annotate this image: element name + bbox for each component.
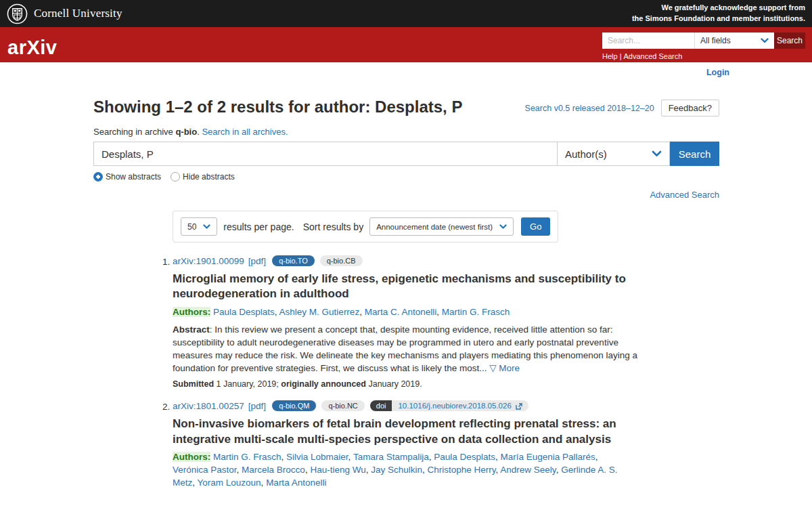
author-link[interactable]: Hau-tieng Wu xyxy=(310,465,365,475)
primary-category-badge: q-bio.TO xyxy=(272,255,315,266)
authors-line: Authors: Martin G. Frasch, Silvia Lobmai… xyxy=(173,451,625,490)
arxiv-id-link[interactable]: arXiv:1901.00099 xyxy=(173,256,244,266)
results-list: 1. arXiv:1901.00099 [pdf] q-bio.TO q-bio… xyxy=(162,255,719,490)
per-page-label: results per page. xyxy=(223,221,294,232)
authors-list: Martin G. Frasch, Silvia Lobmaier, Tamar… xyxy=(173,452,617,488)
login-row: Login xyxy=(0,62,812,80)
author-link[interactable]: Marta C. Antonelli xyxy=(365,307,437,317)
chevron-down-icon xyxy=(499,224,507,229)
secondary-category-badge: q-bio.NC xyxy=(321,400,364,411)
per-page-value: 50 xyxy=(187,222,196,232)
help-link[interactable]: Help xyxy=(602,52,618,60)
result-title[interactable]: Microglial memory of early life stress, … xyxy=(173,272,641,302)
chevron-down-icon xyxy=(761,38,769,43)
external-link-icon xyxy=(516,403,522,410)
cornell-name: Cornell University xyxy=(34,7,122,20)
results-controls: 50 results per page. Sort results by Ann… xyxy=(173,211,558,242)
more-link[interactable]: ▽ More xyxy=(489,363,520,373)
radio-selected-icon xyxy=(93,172,103,182)
main-content: Showing 1–2 of 2 results for author: Des… xyxy=(93,98,719,490)
abstract-label: Abstract xyxy=(173,324,210,335)
sort-select[interactable]: Announcement date (newest first) xyxy=(369,217,514,236)
authors-line: Authors: Paula Desplats, Ashley M. Gutie… xyxy=(173,306,625,319)
authors-label: Authors: xyxy=(173,452,210,462)
support-line-1: We gratefully acknowledge support from xyxy=(632,3,805,14)
abstract: Abstract: In this review we present a co… xyxy=(173,323,641,375)
author-link[interactable]: Paula Desplats xyxy=(434,452,495,462)
author-link[interactable]: Martin G. Frasch xyxy=(442,307,510,317)
hide-abstracts-radio[interactable]: Hide abstracts xyxy=(171,172,235,182)
archive-line: Searching in archive q-bio. Search in al… xyxy=(93,127,719,137)
author-link[interactable]: Marta Antonelli xyxy=(266,478,326,488)
support-line-2: the Simons Foundation and member institu… xyxy=(632,14,805,24)
hide-abstracts-label: Hide abstracts xyxy=(183,172,235,182)
result-item: 2. arXiv:1801.00257 [pdf] q-bio.QM q-bio… xyxy=(162,400,719,490)
archive-name: q-bio xyxy=(175,127,197,137)
author-link[interactable]: Marcela Brocco xyxy=(242,465,305,475)
abstract-toggle: Show abstracts Hide abstracts xyxy=(93,172,719,182)
author-link[interactable]: Tamara Stampalija xyxy=(353,452,429,462)
banner-field-select[interactable]: All fields xyxy=(694,33,774,49)
go-button[interactable]: Go xyxy=(521,217,550,236)
login-link[interactable]: Login xyxy=(706,68,729,77)
author-link[interactable]: María Eugenia Pallarés xyxy=(501,452,595,462)
author-link[interactable]: Verónica Pastor xyxy=(173,465,237,475)
author-link[interactable]: Andrew Seely xyxy=(500,465,556,475)
pdf-link[interactable]: [pdf] xyxy=(248,401,266,411)
authors-list: Paula Desplats, Ashley M. Gutierrez, Mar… xyxy=(213,307,510,317)
doi-label: doi xyxy=(370,400,392,411)
archive-prefix: Searching in archive xyxy=(93,127,175,137)
doi-link[interactable]: 10.1016/j.neubiorev.2018.05.026 xyxy=(398,402,511,410)
arxiv-id-link[interactable]: arXiv:1801.00257 xyxy=(173,401,244,411)
banner-advanced-search-link[interactable]: Advanced Search xyxy=(623,52,682,60)
cornell-shield-icon xyxy=(7,3,28,24)
result-title[interactable]: Non-invasive biomarkers of fetal brain d… xyxy=(173,417,641,447)
submitted-label: Submitted xyxy=(173,379,214,389)
chevron-down-icon xyxy=(652,150,662,157)
query-input[interactable] xyxy=(93,142,558,166)
abstract-text: : In this review we present a concept th… xyxy=(173,324,637,373)
all-archives-link[interactable]: Search in all archives. xyxy=(202,127,288,137)
cornell-logo[interactable]: Cornell University xyxy=(7,3,122,24)
result-item: 1. arXiv:1901.00099 [pdf] q-bio.TO q-bio… xyxy=(162,255,719,389)
arxiv-banner: arXiv All fields Search Help|Advanced Se… xyxy=(0,27,812,62)
chevron-down-icon xyxy=(203,224,210,229)
arxiv-logo[interactable]: arXiv xyxy=(7,37,57,59)
secondary-category-badge: q-bio.CB xyxy=(320,255,363,266)
submitted-line: Submitted 1 January, 2019; originally an… xyxy=(173,379,641,389)
per-page-select[interactable]: 50 xyxy=(181,217,217,236)
sort-value: Announcement date (newest first) xyxy=(376,223,493,231)
author-link[interactable]: Martin G. Frasch xyxy=(213,452,281,462)
primary-category-badge: q-bio.QM xyxy=(272,400,316,411)
search-button[interactable]: Search xyxy=(670,142,719,166)
banner-links: Help|Advanced Search xyxy=(602,52,805,60)
support-text: We gratefully acknowledge support from t… xyxy=(632,3,805,24)
pdf-link[interactable]: [pdf] xyxy=(248,256,266,266)
banner-field-value: All fields xyxy=(700,36,731,45)
author-link[interactable]: Christophe Herry xyxy=(428,465,496,475)
announced-date: January 2019. xyxy=(366,379,422,389)
search-version-link[interactable]: Search v0.5 released 2018–12–20 xyxy=(525,104,654,113)
link-divider: | xyxy=(620,52,622,60)
doi-badge: doi 10.1016/j.neubiorev.2018.05.026 xyxy=(370,400,528,411)
sort-label: Sort results by xyxy=(303,221,363,232)
top-bar: Cornell University We gratefully acknowl… xyxy=(0,0,812,27)
feedback-button[interactable]: Feedback? xyxy=(661,100,719,117)
radio-unselected-icon xyxy=(171,172,180,182)
banner-search-button[interactable]: Search xyxy=(774,33,805,49)
author-link[interactable]: Silvia Lobmaier xyxy=(286,452,348,462)
author-link[interactable]: Yoram Louzoun xyxy=(198,478,261,488)
author-link[interactable]: Jay Schulkin xyxy=(371,465,422,475)
banner-search-input[interactable] xyxy=(602,33,694,49)
show-abstracts-radio[interactable]: Show abstracts xyxy=(93,172,161,182)
result-number: 2. xyxy=(162,400,173,490)
submitted-date: 1 January, 2019; xyxy=(214,379,281,389)
author-link[interactable]: Ashley M. Gutierrez xyxy=(279,307,360,317)
field-select[interactable]: Author(s) xyxy=(558,142,670,166)
result-number: 1. xyxy=(162,255,173,389)
advanced-search-link[interactable]: Advanced Search xyxy=(650,190,719,200)
page-title: Showing 1–2 of 2 results for author: Des… xyxy=(93,98,462,117)
author-link[interactable]: Paula Desplats xyxy=(213,307,275,317)
show-abstracts-label: Show abstracts xyxy=(106,172,161,182)
field-select-value: Author(s) xyxy=(565,148,607,160)
